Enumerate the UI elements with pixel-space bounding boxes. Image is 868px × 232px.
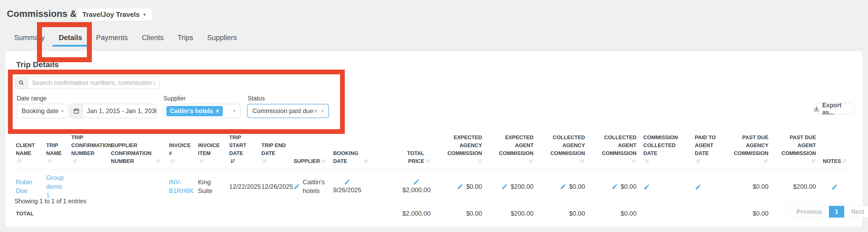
workspace-selector-button[interactable]: TravelJoy Travels ▼ xyxy=(76,8,152,21)
past-due-agency-commission-cell: $0.00 xyxy=(725,169,773,204)
tab-payments[interactable]: Payments xyxy=(96,33,128,42)
sort-icon[interactable] xyxy=(696,159,701,164)
sort-icon[interactable] xyxy=(528,159,533,164)
column-header-past-due-agency-commission[interactable]: PAST DUE AGENCY COMMISSION xyxy=(725,133,773,169)
expected-agent-commission-value: $200.00 xyxy=(510,182,533,191)
total-expected-agent-commission: $200.00 xyxy=(486,203,538,224)
supplier-chip[interactable]: Caitlin's hotels × xyxy=(166,106,223,116)
sort-descending-icon[interactable] xyxy=(230,159,236,164)
workspace-name: TravelJoy Travels xyxy=(82,10,140,19)
expected-agency-commission-cell: $0.00 xyxy=(435,169,486,204)
column-header-expected-agency-commission[interactable]: EXPECTED AGENCY COMMISSION xyxy=(435,133,486,169)
column-header-total-price[interactable]: TOTAL PRICE xyxy=(381,133,435,169)
column-header-notes[interactable]: NOTES xyxy=(820,133,852,169)
sort-icon[interactable] xyxy=(155,159,161,164)
column-header-commission-collected-date[interactable]: COMMISSION COLLECTED DATE xyxy=(641,133,692,169)
column-header-paid-to-agent-date[interactable]: PAID TO AGENT DATE xyxy=(692,133,725,169)
edit-pencil-icon[interactable] xyxy=(457,183,464,190)
edit-pencil-icon[interactable] xyxy=(560,183,566,190)
edit-pencil-icon[interactable] xyxy=(501,183,508,190)
trip-end-date-cell: 12/26/2025 xyxy=(259,169,291,204)
sort-icon[interactable] xyxy=(763,159,769,164)
invoice-item-cell: King Suite xyxy=(195,169,226,204)
total-collected-agency-commission: $0.00 xyxy=(538,203,589,224)
sort-icon[interactable] xyxy=(477,159,482,164)
column-header-invoice-item[interactable]: INVOICE ITEM xyxy=(195,133,226,169)
status-value: Commission past due xyxy=(252,107,313,115)
edit-pencil-icon[interactable] xyxy=(611,183,618,190)
tab-clients[interactable]: Clients xyxy=(142,33,164,42)
column-header-trip-end-date[interactable]: TRIP END DATE xyxy=(259,133,291,169)
tab-trips[interactable]: Trips xyxy=(178,33,193,42)
sort-icon[interactable] xyxy=(644,159,650,164)
download-icon xyxy=(813,106,820,112)
pagination-previous-button[interactable]: Previous xyxy=(789,206,829,218)
total-total-price: $2,000.00 xyxy=(381,203,435,224)
column-header-invoice-number[interactable]: INVOICE # xyxy=(166,133,195,169)
sort-icon[interactable] xyxy=(199,159,204,164)
sort-icon[interactable] xyxy=(17,159,22,164)
client-name-link[interactable]: Robin Doe xyxy=(16,178,32,195)
supplier-value: Caitlin's hotels xyxy=(303,178,327,195)
trip-name-link[interactable]: Group demo 1 xyxy=(46,174,64,199)
table-header-row: CLIENT NAME TRIP NAME TRIP CONFIRMATION … xyxy=(13,133,852,169)
pagination-page-1-button[interactable]: 1 xyxy=(829,206,844,218)
column-header-expected-agent-commission[interactable]: EXPECTED AGENT COMMISSION xyxy=(486,133,538,169)
chip-remove-icon[interactable]: × xyxy=(216,107,219,115)
sort-icon[interactable] xyxy=(580,159,585,164)
edit-pencil-icon[interactable] xyxy=(293,183,300,190)
edit-pencil-icon[interactable] xyxy=(413,178,420,185)
sort-icon[interactable] xyxy=(631,159,637,164)
edit-pencil-icon[interactable] xyxy=(695,184,702,190)
sort-icon[interactable] xyxy=(72,159,78,164)
sort-icon[interactable] xyxy=(842,159,847,164)
column-header-supplier[interactable]: SUPPLIER xyxy=(291,133,331,169)
edit-pencil-icon[interactable] xyxy=(831,184,838,190)
edit-pencil-icon[interactable] xyxy=(643,184,650,190)
showing-entries-text: Showing 1 to 1 of 1 entries xyxy=(14,198,86,205)
sort-icon[interactable] xyxy=(47,159,53,164)
date-type-select[interactable]: Booking date ▼ xyxy=(16,104,69,118)
pagination-next-button[interactable]: Next xyxy=(844,206,868,218)
status-label: Status xyxy=(248,95,265,102)
supplier-select[interactable]: Caitlin's hotels × ▼ xyxy=(163,104,241,118)
table-total-row: TOTAL $2,000.00 $0.00 $200.00 $0.00 $0.0… xyxy=(13,203,852,224)
column-header-trip-confirmation-number[interactable]: TRIP CONFIRMATION NUMBER xyxy=(69,133,108,169)
total-past-due-agency-commission: $0.00 xyxy=(725,203,773,224)
sort-icon[interactable] xyxy=(811,159,816,164)
panel-title: Trip Details xyxy=(16,60,59,69)
expected-agent-commission-cell: $200.00 xyxy=(486,169,538,204)
column-header-client-name[interactable]: CLIENT NAME xyxy=(13,133,43,169)
sort-icon[interactable] xyxy=(425,159,431,164)
date-range-input[interactable] xyxy=(83,104,157,118)
tab-summary[interactable]: Summary xyxy=(14,33,45,42)
date-range-input-group xyxy=(70,104,157,118)
column-header-trip-name[interactable]: TRIP NAME xyxy=(43,133,69,169)
sort-icon[interactable] xyxy=(363,159,369,164)
column-header-supplier-confirmation-number[interactable]: SUPPLIER CONFIRMATION NUMBER xyxy=(108,133,166,169)
calendar-icon[interactable] xyxy=(70,104,83,118)
edit-pencil-icon[interactable] xyxy=(344,178,350,185)
status-select[interactable]: Commission past due × ▼ xyxy=(247,104,329,118)
column-header-past-due-agent-commission[interactable]: PAST DUE AGENT COMMISSION xyxy=(773,133,820,169)
collected-agent-commission-value: $0.00 xyxy=(621,182,637,191)
sort-icon[interactable] xyxy=(321,159,326,164)
sort-icon[interactable] xyxy=(262,159,268,164)
total-collected-agent-commission: $0.00 xyxy=(589,203,641,224)
column-header-booking-date[interactable]: BOOKING DATE xyxy=(331,133,381,169)
chevron-down-icon: ▼ xyxy=(61,109,68,113)
column-header-trip-start-date[interactable]: TRIP START DATE xyxy=(226,133,259,169)
search-icon xyxy=(15,77,28,89)
invoice-number-link[interactable]: INV-B1RH6K xyxy=(169,178,193,195)
sort-icon[interactable] xyxy=(170,159,175,164)
clear-status-icon[interactable]: × xyxy=(314,107,321,115)
column-header-collected-agency-commission[interactable]: COLLECTED AGENCY COMMISSION xyxy=(538,133,589,169)
column-header-collected-agent-commission[interactable]: COLLECTED AGENT COMMISSION xyxy=(589,133,641,169)
search-input[interactable] xyxy=(28,77,159,89)
commission-collected-date-cell xyxy=(641,169,692,204)
export-as-button[interactable]: Export as... xyxy=(813,103,855,115)
tab-suppliers[interactable]: Suppliers xyxy=(207,33,237,42)
date-range-label: Date range xyxy=(17,95,47,102)
tab-details[interactable]: Details xyxy=(59,33,82,42)
past-due-agent-commission-cell: $200.00 xyxy=(773,169,820,204)
